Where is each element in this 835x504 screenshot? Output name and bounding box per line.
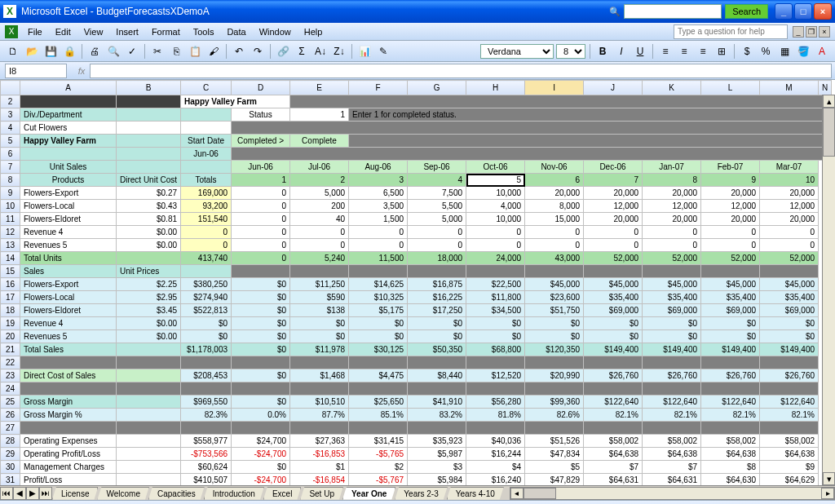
maximize-button[interactable]: □: [794, 3, 812, 20]
workbook-close-button[interactable]: ×: [819, 26, 830, 38]
cell[interactable]: Products: [20, 174, 117, 187]
cell[interactable]: [701, 422, 760, 435]
cell[interactable]: 3,500: [349, 200, 408, 213]
cell[interactable]: 52,000: [584, 252, 643, 265]
cell[interactable]: $16,240: [466, 474, 525, 486]
cell[interactable]: [525, 422, 584, 435]
cell[interactable]: [584, 356, 643, 369]
cell[interactable]: 6,500: [349, 187, 408, 200]
cell[interactable]: $26,760: [584, 369, 643, 382]
row-header[interactable]: 16: [1, 278, 20, 291]
cell[interactable]: 82.3%: [181, 409, 232, 422]
row-header[interactable]: 31: [1, 474, 20, 486]
cut-icon[interactable]: ✂: [149, 43, 166, 60]
cell[interactable]: [181, 356, 232, 369]
cell[interactable]: $0: [466, 317, 525, 330]
cell[interactable]: 413,740: [181, 252, 232, 265]
column-header[interactable]: L: [701, 81, 760, 95]
cell[interactable]: 0: [466, 226, 525, 239]
row-header[interactable]: 11: [1, 213, 20, 226]
cell[interactable]: Flowers-Local: [20, 200, 117, 213]
cell[interactable]: -$24,700: [232, 474, 290, 486]
cell[interactable]: $149,400: [584, 343, 643, 356]
cell[interactable]: $0: [349, 330, 408, 343]
cell[interactable]: $5: [525, 461, 584, 474]
font-color-icon[interactable]: A: [814, 43, 830, 60]
cell[interactable]: $0.81: [117, 213, 181, 226]
cell[interactable]: Revenue 4: [20, 317, 117, 330]
cell[interactable]: $0: [643, 317, 701, 330]
cell[interactable]: -$16,854: [290, 474, 349, 486]
open-icon[interactable]: 📂: [24, 43, 40, 60]
cell[interactable]: Dec-06: [584, 161, 643, 174]
sheet-tab[interactable]: Year One: [342, 487, 395, 500]
scroll-down-arrow[interactable]: ▾: [823, 472, 835, 485]
chart-wizard-icon[interactable]: 📊: [356, 43, 373, 60]
cell[interactable]: $27,363: [290, 435, 349, 448]
cell[interactable]: 0: [760, 226, 819, 239]
cell[interactable]: [525, 265, 584, 278]
cell[interactable]: 6: [525, 174, 584, 187]
cell[interactable]: $0: [584, 317, 643, 330]
cell[interactable]: [232, 382, 290, 396]
cell[interactable]: Gross Margin %: [20, 409, 117, 422]
cell[interactable]: $10,325: [349, 291, 408, 304]
workbook-restore-button[interactable]: ❐: [806, 26, 817, 38]
row-header[interactable]: 12: [1, 226, 20, 239]
cell[interactable]: -$5,765: [349, 448, 408, 461]
cell[interactable]: $1: [290, 461, 349, 474]
cell[interactable]: [701, 356, 760, 369]
font-selector[interactable]: Verdana: [480, 44, 554, 59]
cell[interactable]: $0.00: [117, 317, 181, 330]
cell[interactable]: $0: [232, 317, 290, 330]
cell[interactable]: 0: [181, 239, 232, 252]
cell[interactable]: 82.1%: [701, 409, 760, 422]
cell[interactable]: $11,978: [290, 343, 349, 356]
row-header[interactable]: 8: [1, 174, 20, 187]
cell[interactable]: $0: [525, 330, 584, 343]
cell[interactable]: 20,000: [760, 187, 819, 200]
cell[interactable]: [117, 356, 181, 369]
tab-nav-last[interactable]: ⏭: [39, 487, 52, 500]
cell[interactable]: [760, 382, 819, 396]
cell[interactable]: $64,631: [584, 474, 643, 486]
column-header[interactable]: D: [232, 81, 290, 95]
formula-bar[interactable]: [90, 64, 832, 78]
cell[interactable]: 5: [466, 174, 525, 187]
row-header[interactable]: 3: [1, 108, 20, 122]
column-header[interactable]: M: [760, 81, 819, 95]
cell[interactable]: Completed >: [232, 135, 290, 148]
cell[interactable]: $58,002: [760, 435, 819, 448]
cell[interactable]: Sales: [20, 265, 117, 278]
row-header[interactable]: 9: [1, 187, 20, 200]
cell[interactable]: $0: [232, 343, 290, 356]
cell[interactable]: 10: [760, 174, 819, 187]
cell[interactable]: [525, 382, 584, 396]
cell[interactable]: 11,500: [349, 252, 408, 265]
cell[interactable]: 0: [584, 239, 643, 252]
scroll-right-arrow[interactable]: ▸: [821, 488, 834, 499]
cell[interactable]: $17,250: [408, 304, 466, 317]
cell[interactable]: [117, 461, 181, 474]
cell[interactable]: Complete: [290, 135, 349, 148]
cell[interactable]: [701, 382, 760, 396]
cell[interactable]: $7: [643, 461, 701, 474]
cell[interactable]: $22,500: [466, 278, 525, 291]
cell[interactable]: 20,000: [584, 187, 643, 200]
cell[interactable]: [349, 356, 408, 369]
cell[interactable]: [181, 265, 232, 278]
cell[interactable]: 0: [525, 239, 584, 252]
cell[interactable]: [117, 369, 181, 382]
cell[interactable]: 24,000: [466, 252, 525, 265]
cell[interactable]: [466, 422, 525, 435]
cell[interactable]: 0: [232, 187, 290, 200]
cell[interactable]: $60,624: [181, 461, 232, 474]
hyperlink-icon[interactable]: 🔗: [275, 43, 291, 60]
cell[interactable]: $149,400: [760, 343, 819, 356]
cell[interactable]: [232, 148, 832, 161]
cell[interactable]: 0: [643, 239, 701, 252]
cell[interactable]: $45,000: [701, 278, 760, 291]
row-header[interactable]: 18: [1, 304, 20, 317]
scroll-up-arrow[interactable]: ▴: [823, 95, 835, 108]
cell[interactable]: [117, 382, 181, 396]
